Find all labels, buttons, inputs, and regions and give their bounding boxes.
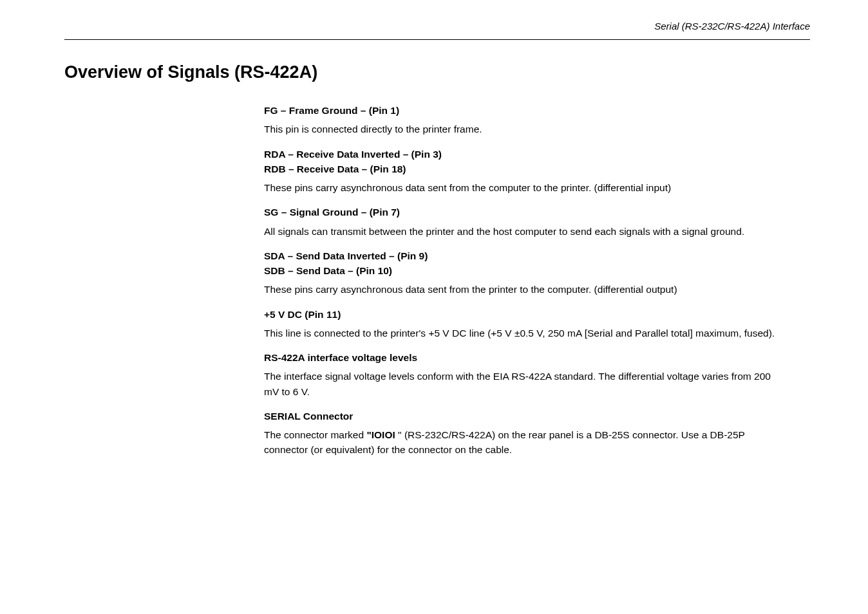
section-heading-5v: +5 V DC (Pin 11) xyxy=(264,307,786,322)
serial-bold: "IOIOI xyxy=(366,429,398,440)
section-heading-sg: SG – Signal Ground – (Pin 7) xyxy=(264,205,786,219)
section-heading-voltage: RS-422A interface voltage levels xyxy=(264,350,786,365)
serial-prefix: The connector marked xyxy=(264,429,366,440)
page-header: Serial (RS-232C/RS-422A) Interface xyxy=(64,19,810,40)
section-heading-rda: RDA – Receive Data Inverted – (Pin 3) xyxy=(264,147,786,162)
page-title: Overview of Signals (RS-422A) xyxy=(64,59,810,86)
section-body-fg: This pin is connected directly to the pr… xyxy=(264,122,786,136)
section-body-serial: The connector marked "IOIOI " (RS-232C/R… xyxy=(264,427,786,458)
section-heading-serial: SERIAL Connector xyxy=(264,409,786,423)
section-body-sd: These pins carry asynchronous data sent … xyxy=(264,282,786,297)
section-body-voltage: The interface signal voltage levels conf… xyxy=(264,369,786,399)
section-heading-sdb: SDB – Send Data – (Pin 10) xyxy=(264,263,786,278)
section-heading-fg: FG – Frame Ground – (Pin 1) xyxy=(264,103,786,118)
section-heading-rdb: RDB – Receive Data – (Pin 18) xyxy=(264,162,786,176)
content-area: FG – Frame Ground – (Pin 1) This pin is … xyxy=(264,103,786,458)
section-body-rd: These pins carry asynchronous data sent … xyxy=(264,180,786,195)
section-heading-sda: SDA – Send Data Inverted – (Pin 9) xyxy=(264,248,786,263)
breadcrumb: Serial (RS-232C/RS-422A) Interface xyxy=(654,21,810,32)
section-body-5v: This line is connected to the printer's … xyxy=(264,326,786,340)
section-body-sg: All signals can transmit between the pri… xyxy=(264,224,786,239)
